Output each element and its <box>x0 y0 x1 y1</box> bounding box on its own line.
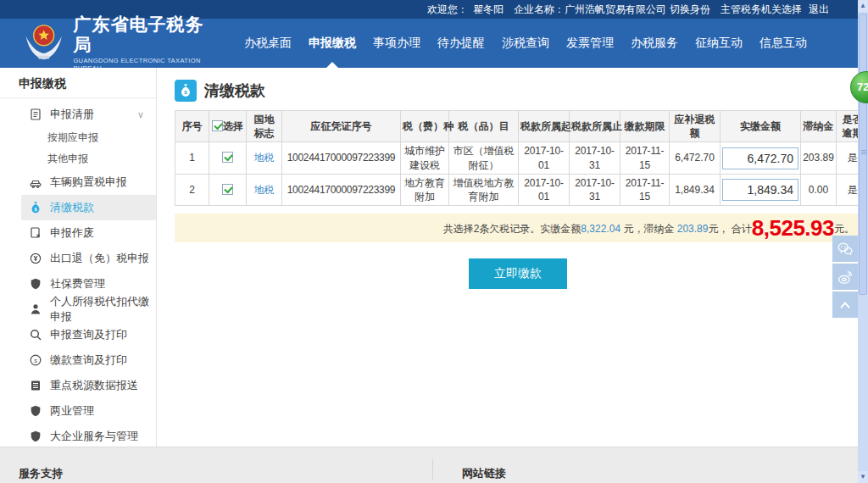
summary-bar: 共选择2条欠税记录。实缴金额8,322.04 元，滞纳金 203.89元， 合计… <box>175 214 861 242</box>
shield-icon <box>29 277 42 291</box>
sidebar-item-declare-void[interactable]: 申报作废 <box>0 220 156 246</box>
sidebar-item-declare-list[interactable]: 申报清册 ∨ <box>0 102 156 127</box>
nav-item-desktop[interactable]: 办税桌面 <box>239 19 297 68</box>
money-bag-icon: $ <box>29 201 42 214</box>
row-index: 2 <box>175 174 209 205</box>
chevron-up-icon <box>837 297 854 314</box>
nav-item-interaction[interactable]: 征纳互动 <box>690 19 748 68</box>
page-title: 清缴税款 <box>204 80 265 101</box>
sidebar-item-vehicle-tax[interactable]: 车辆购置税申报 <box>0 169 156 195</box>
nav-item-tax-service[interactable]: 办税服务 <box>626 19 683 68</box>
sidebar-item-payment-query-print[interactable]: 缴款查询及打印 <box>0 347 156 373</box>
row-checkbox[interactable] <box>222 184 233 195</box>
period-start: 2017-10-01 <box>519 142 570 174</box>
floating-toolbar <box>832 236 858 319</box>
amount-due: 1,849.34 <box>670 174 721 205</box>
sidebar-item-large-enterprise[interactable]: 大企业服务与管理 <box>0 424 156 449</box>
sidebar-item-other-declare[interactable]: 其他申报 <box>0 148 156 169</box>
search-icon <box>29 328 42 341</box>
back-to-top-button[interactable] <box>832 291 858 318</box>
nav-item-matters[interactable]: 事项办理 <box>368 19 426 68</box>
tax-table: 序号 选择 国地标志 应征凭证序号 税（费）种 税（品）目 税款所属起 税款所属… <box>175 110 868 206</box>
scrollbar-thumb[interactable] <box>859 14 867 295</box>
logout-link[interactable]: 退出 <box>809 3 829 17</box>
document-cancel-icon <box>29 226 42 240</box>
table-header-row: 序号 选择 国地标志 应征凭证序号 税（费）种 税（品）目 税款所属起 税款所属… <box>175 111 868 142</box>
tax-item: 增值税地方教育附加 <box>449 174 519 205</box>
svg-text:$: $ <box>34 207 36 212</box>
company-label: 企业名称： <box>514 3 565 17</box>
scroll-down-arrow[interactable]: ▼ <box>858 471 868 483</box>
voucher-number: 10024417000097223399 <box>282 142 401 174</box>
tax-type: 地方教育附加 <box>401 174 449 205</box>
pay-now-button[interactable]: 立即缴款 <box>469 258 567 289</box>
switch-identity-link[interactable]: 切换身份 <box>670 3 710 17</box>
nav-item-declare-pay[interactable]: 申报缴税 <box>303 19 361 68</box>
sidebar-item-social-insurance[interactable]: 社保费管理 <box>0 271 156 297</box>
sidebar-item-export-refund[interactable]: 出口退（免）税申报 <box>0 246 156 271</box>
deadline: 2017-11-15 <box>620 142 670 174</box>
footer-divider <box>432 459 433 480</box>
summary-text: 共选择2条欠税记录。实缴金额 <box>443 223 581 235</box>
col-header-region: 国地标志 <box>247 111 282 142</box>
amount-due: 6,472.70 <box>670 142 721 174</box>
nav-item-tax-query[interactable]: 涉税查询 <box>497 19 554 68</box>
col-header-amount-due: 应补退税额 <box>670 111 721 142</box>
col-header-tax-type: 税（费）种 <box>401 111 449 142</box>
select-all-checkbox[interactable] <box>212 120 223 131</box>
site-title: 广东省电子税务局 <box>73 14 219 55</box>
late-fee: 203.89 <box>801 142 837 174</box>
sidebar-item-two-industries[interactable]: 两业管理 <box>0 398 156 424</box>
sidebar-item-declare-query-print[interactable]: 申报查询及打印 <box>0 322 156 347</box>
tax-item: 市区（增值税附征） <box>449 142 519 174</box>
document-list-icon <box>29 108 42 121</box>
refund-icon <box>29 252 42 265</box>
coin-icon <box>29 353 42 367</box>
person-icon <box>29 303 42 316</box>
period-end: 2017-10-31 <box>570 174 620 205</box>
company-name: 广州浩帆贸易有限公司 <box>565 3 666 17</box>
scroll-up-arrow[interactable]: ▲ <box>858 0 868 12</box>
nav-item-todo-reminder[interactable]: 待办提醒 <box>432 19 490 68</box>
tax-type: 城市维护建设税 <box>401 142 449 174</box>
amount-paid-input[interactable] <box>722 147 798 169</box>
table-row: 1 地税 10024417000097223399 城市维护建设税 市区（增值税… <box>175 142 868 174</box>
col-header-index: 序号 <box>175 111 209 142</box>
period-end: 2017-10-31 <box>570 142 620 174</box>
tax-authority-select-link[interactable]: 主管税务机关选择 <box>721 3 802 17</box>
period-start: 2017-10-01 <box>519 174 570 205</box>
national-emblem-icon <box>21 22 66 64</box>
car-icon <box>29 175 42 189</box>
col-header-select: 选择 <box>209 111 247 142</box>
main-content: $ 清缴税款 序号 选择 国地标志 应征凭证序号 税（费）种 税（品）目 税款所… <box>158 68 858 447</box>
voucher-number: 10024417000097223399 <box>282 174 401 205</box>
col-header-period-end: 税款所属止 <box>570 111 620 142</box>
report-icon <box>29 379 42 392</box>
col-header-deadline: 缴款期限 <box>620 111 670 142</box>
weibo-share-button[interactable] <box>832 264 858 290</box>
region-link[interactable]: 地税 <box>254 184 275 196</box>
deadline: 2017-11-15 <box>620 174 670 205</box>
sidebar-item-key-tax-source[interactable]: 重点税源数据报送 <box>0 373 156 398</box>
col-header-voucher: 应征凭证序号 <box>282 111 401 142</box>
nav-item-info-interaction[interactable]: 信息互动 <box>754 19 812 68</box>
footer-site-links: 网站链接 <box>462 466 506 481</box>
main-nav: 办税桌面 申报缴税 事项办理 待办提醒 涉税查询 发票管理 办税服务 征纳互动 … <box>236 19 815 68</box>
region-link[interactable]: 地税 <box>254 152 275 164</box>
nav-item-invoice-mgmt[interactable]: 发票管理 <box>561 19 619 68</box>
main-header: 广东省电子税务局 GUANGDONG ELECTRONIC TAXATION B… <box>0 19 868 68</box>
username: 瞿冬阳 <box>473 3 504 17</box>
sidebar-item-periodic-declare[interactable]: 按期应申报 <box>0 127 156 148</box>
row-checkbox[interactable] <box>222 152 233 163</box>
svg-text:$: $ <box>184 89 187 95</box>
col-header-late-fee: 滞纳金 <box>801 111 837 142</box>
footer-service-support: 服务支持 <box>19 466 63 481</box>
amount-paid-input[interactable] <box>722 179 798 201</box>
money-bag-icon: $ <box>175 80 197 102</box>
summary-late-fee-total: 203.89 <box>677 223 709 235</box>
late-fee: 0.00 <box>801 174 837 205</box>
wechat-share-button[interactable] <box>832 236 858 262</box>
sidebar-item-personal-income-tax[interactable]: 个人所得税代扣代缴申报 <box>0 297 156 322</box>
welcome-label: 欢迎您： <box>427 3 468 17</box>
sidebar-item-pay-taxes[interactable]: $ 清缴税款 <box>0 195 156 220</box>
